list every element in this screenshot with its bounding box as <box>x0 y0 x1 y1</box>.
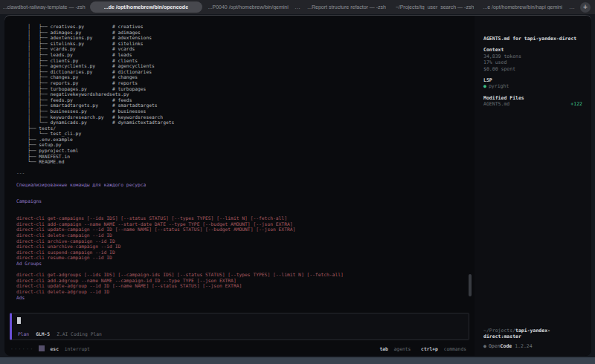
tab-title: ...Report structure refactor — -zsh <box>307 4 386 10</box>
path-prefix: ~/Projects/ <box>483 328 515 334</box>
terminal-line <box>16 267 467 273</box>
terminal-line: direct-cli add-campaign --name NAME --st… <box>16 221 467 227</box>
tab-active[interactable]: ...de /opt/homebrew/bin/opencode <box>90 1 202 13</box>
tab[interactable]: ~/Projects/tg_user_search — -zsh <box>390 0 478 14</box>
status-right: tab agents ctrl+p commands <box>379 346 469 351</box>
terminal-line: │ ├── dictionaries.py # dictionaries <box>16 69 467 75</box>
spinner-block-icon <box>39 345 45 351</box>
app-name-code: Code <box>501 343 512 349</box>
terminal-line: direct-cli unarchive-campaign --id ID <box>16 244 467 250</box>
sidebar-content: AGENTS.md for tapi-yandex-direct Context… <box>475 16 591 108</box>
terminal-line: │ ├── businesses.py # businesses <box>16 108 467 114</box>
terminal-line: │ └── test_cli.py <box>16 131 467 137</box>
tabs-container: ...clawdbot-railway-template — -zsh...de… <box>0 0 577 14</box>
model-label[interactable]: GLM-5 <box>36 331 50 337</box>
terminal-line: │ ├── turbopages.py # turbopages <box>16 86 467 92</box>
terminal-line: direct-cli add-adgroup --name NAME --cam… <box>16 278 467 284</box>
tab-title: ...P0040 /opt/homebrew/bin/gemini <box>208 4 289 10</box>
context-sidebar: AGENTS.md for tapi-yandex-direct Context… <box>475 16 591 356</box>
commands-hint-label: commands <box>444 346 466 351</box>
lsp-status-dot-icon: ● <box>483 83 486 89</box>
terminal-line: │ ├── adimages.py # adimages <box>16 30 467 36</box>
modified-file-row[interactable]: AGENTS.md +122 <box>483 101 582 107</box>
terminal-line: direct-cli delete-adgroup --id ID <box>16 289 467 295</box>
terminal-line <box>16 210 467 216</box>
terminal-line: ├── tests/ <box>16 126 467 131</box>
app-version-row: ●OpenCode 1.2.24 <box>483 343 582 349</box>
tab-title: ~/Projects/tg_user_search — -zsh <box>396 4 475 10</box>
tab[interactable]: ...clawdbot-railway-template — -zsh <box>0 0 88 14</box>
app-version: 1.2.24 <box>515 343 532 349</box>
terminal-line: direct-cli get-campaigns [--ids IDS] [--… <box>16 215 467 221</box>
tab[interactable]: ...e /opt/homebrew/bin/hapi gemini <box>479 0 567 14</box>
tab-title: ...de /opt/homebrew/bin/opencode <box>104 4 188 10</box>
agents-hint-label: agents <box>394 346 411 351</box>
terminal-line: direct-cli get-adgroups [--ids IDS] [--c… <box>16 272 467 278</box>
tab[interactable]: ...P0040 /opt/homebrew/bin/gemini <box>205 0 292 14</box>
terminal-line: direct-cli update-campaign --id ID [--na… <box>16 227 467 233</box>
terminal-line: │ ├── vcards.py # vcards <box>16 46 467 52</box>
tab-key-hint: tab <box>379 346 387 351</box>
window-shadow-strip <box>0 357 595 364</box>
tab-overflow-icon[interactable]: … <box>567 4 577 10</box>
terminal-line: ├── pyproject.toml <box>16 148 467 154</box>
terminal-line: Специализированные команды для каждого р… <box>16 182 467 188</box>
terminal-line: │ ├── negativekeywordsharedsets.py <box>16 91 467 97</box>
terminal-line: direct-cli update-adgroup --id ID [--nam… <box>16 283 467 289</box>
terminal-line: │ ├── changes.py # changes <box>16 74 467 80</box>
terminal-line: direct-cli resume-campaign --id ID <box>16 255 467 261</box>
terminal-line <box>16 165 467 171</box>
spinner-dots-icon: ······ <box>10 346 34 351</box>
terminal-line <box>16 176 467 182</box>
status-bar: ······ esc interrupt tab agents ctrl+p c… <box>10 345 469 351</box>
terminal-line <box>16 187 467 193</box>
plus-icon: + <box>583 3 588 11</box>
terminal-line: Ads <box>16 295 467 301</box>
terminal-line: └── README.md <box>16 159 467 165</box>
new-tab-button[interactable]: + <box>580 2 591 13</box>
terminal-line <box>16 193 467 199</box>
terminal-line: Campaigns <box>16 198 467 204</box>
diff-added-badge: +122 <box>570 101 582 107</box>
project-path: ~/Projects/tapi-yandex-direct:master <box>483 328 582 339</box>
prompt-meta: Plan GLM-5 Z.AI Coding Plan <box>18 331 102 337</box>
tab-overflow-icon[interactable]: … <box>292 4 303 10</box>
terminal-line: --- <box>16 170 467 176</box>
terminal-line: │ ├── creatives.py # creatives <box>16 24 467 30</box>
agent-mode-label[interactable]: Plan <box>18 331 29 337</box>
terminal-line: │ ├── sitelinks.py # sitelinks <box>16 41 467 47</box>
terminal-line: direct-cli delete-campaign --id ID <box>16 233 467 238</box>
status-left: ······ esc interrupt <box>10 345 93 351</box>
tab[interactable]: ...Report structure refactor — -zsh <box>303 0 390 14</box>
modified-files-heading: Modified Files <box>483 95 582 101</box>
ctrlp-key-hint: ctrl+p <box>421 346 438 351</box>
terminal-line: │ ├── smartadtargets.py # smartadtargets <box>16 103 467 108</box>
terminal-line: │ ├── clients.py # clients <box>16 58 467 64</box>
terminal-output: │ ├── creatives.py # creatives │ ├── adi… <box>16 24 467 315</box>
terminal-line <box>16 204 467 210</box>
terminal-line: ├── MANIFEST.in <box>16 154 467 160</box>
esc-hint-label: interrupt <box>65 346 90 351</box>
main-pane: │ ├── creatives.py # creatives │ ├── adi… <box>4 16 475 356</box>
terminal-line: direct-cli suspend-campaign --id ID <box>16 250 467 256</box>
terminal-line: Ad Groups <box>16 261 467 267</box>
tab-title: ...e /opt/homebrew/bin/hapi gemini <box>483 4 562 10</box>
app-status-dot-icon: ● <box>483 343 486 349</box>
terminal-line: │ ├── agencyclients.py # agencyclients <box>16 63 467 69</box>
prompt-input[interactable]: Plan GLM-5 Z.AI Coding Plan <box>10 313 469 340</box>
context-tokens: 34,839 tokens <box>483 53 582 59</box>
app-name-open: Open <box>489 343 501 349</box>
terminal-window: │ ├── creatives.py # creatives │ ├── adi… <box>4 15 591 356</box>
tab-title: ...clawdbot-railway-template — -zsh <box>3 4 86 10</box>
context-spent: $0.00 spent <box>483 66 582 72</box>
context-section-heading: Context <box>483 47 582 53</box>
terminal-line: │ ├── leads.py # leads <box>16 52 467 58</box>
scrollbar-thumb[interactable] <box>469 274 472 296</box>
provider-plan-label: Z.AI Coding Plan <box>57 331 102 337</box>
terminal-line: ├── setup.py <box>16 142 467 148</box>
modified-file-name: AGENTS.md <box>483 101 509 107</box>
terminal-line: direct-cli archive-campaign --id ID <box>16 238 467 244</box>
terminal-line: │ └── dynamicads.py # dynamictextadtarge… <box>16 120 467 126</box>
terminal-line: │ ├── adextensions.py # adextensions <box>16 35 467 41</box>
terminal-line: │ ├── keywordsresearch.py # keywordsrese… <box>16 114 467 120</box>
